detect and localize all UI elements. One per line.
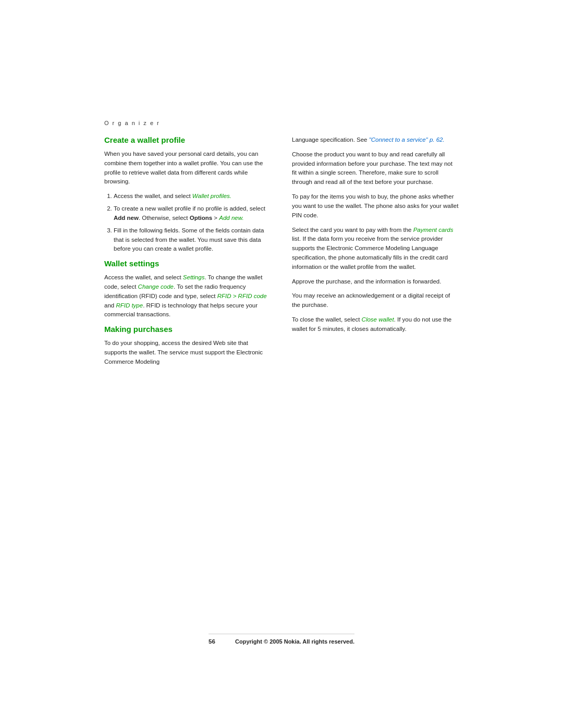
making-purchases-text: To do your shopping, access the desired …	[104, 339, 271, 366]
wallet-profiles-link: Wallet profiles.	[192, 193, 231, 199]
payment-cards-link: Payment cards	[413, 227, 454, 233]
close-wallet-link: Close wallet	[362, 316, 394, 323]
add-new-link: Add new.	[219, 215, 243, 221]
page-number: 56	[209, 638, 215, 645]
connect-to-service-link: "Connect to a service" p. 62.	[369, 137, 445, 143]
heading-create-wallet-profile: Create a wallet profile	[104, 135, 271, 144]
right-para-6: You may receive an acknowledgement or a …	[292, 291, 459, 310]
footer: 56 Copyright © 2005 Nokia. All rights re…	[209, 634, 354, 645]
steps-list: Access the wallet, and select Wallet pro…	[104, 192, 271, 254]
right-para-7: To close the wallet, select Close wallet…	[292, 315, 459, 334]
intro-create-wallet-profile: When you have saved your personal card d…	[104, 150, 271, 187]
right-para-1: Language specification. See "Connect to …	[292, 135, 459, 145]
right-para-4: Select the card you want to pay with fro…	[292, 226, 459, 272]
content-area: O r g a n i z e r Create a wallet profil…	[104, 120, 459, 676]
step-3: Fill in the following fields. Some of th…	[114, 226, 271, 254]
add-new-bold: Add new	[114, 215, 139, 221]
change-code-link: Change code	[138, 283, 174, 290]
section-create-wallet-profile: Create a wallet profile When you have sa…	[104, 135, 271, 254]
copyright-text: Copyright © 2005 Nokia. All rights reser…	[235, 638, 354, 645]
right-para-3: To pay for the items you wish to buy, th…	[292, 192, 459, 220]
wallet-settings-text: Access the wallet, and select Settings. …	[104, 273, 271, 319]
page: O r g a n i z e r Create a wallet profil…	[0, 0, 563, 728]
step-1: Access the wallet, and select Wallet pro…	[114, 192, 271, 201]
section-wallet-settings: Wallet settings Access the wallet, and s…	[104, 259, 271, 319]
options-bold: Options	[190, 215, 212, 221]
section-making-purchases: Making purchases To do your shopping, ac…	[104, 325, 271, 366]
step-2: To create a new wallet profile if no pro…	[114, 204, 271, 223]
heading-making-purchases: Making purchases	[104, 325, 271, 334]
right-para-2: Choose the product you want to buy and r…	[292, 150, 459, 187]
section-label: O r g a n i z e r	[104, 120, 459, 126]
heading-wallet-settings: Wallet settings	[104, 259, 271, 268]
settings-link: Settings	[183, 274, 205, 280]
right-column: Language specification. See "Connect to …	[292, 135, 459, 372]
rfid-code-link: RFID > RFID code	[217, 293, 267, 299]
two-column-layout: Create a wallet profile When you have sa…	[104, 135, 459, 372]
right-para-5: Approve the purchase, and the informatio…	[292, 277, 459, 287]
left-column: Create a wallet profile When you have sa…	[104, 135, 271, 372]
rfid-type-link: RFID type	[116, 302, 143, 309]
